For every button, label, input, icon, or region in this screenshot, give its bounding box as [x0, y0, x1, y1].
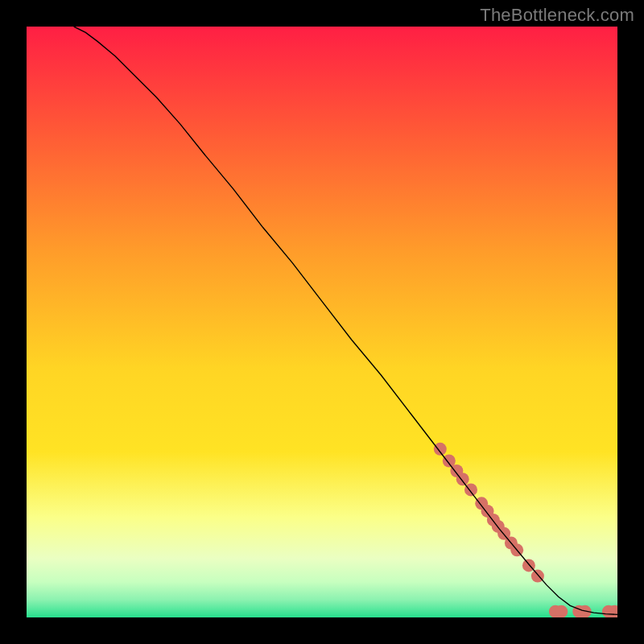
- chart-frame: TheBottleneck.com: [0, 0, 644, 644]
- gradient-background: [27, 27, 617, 617]
- plot-svg: [27, 27, 617, 617]
- watermark-text: TheBottleneck.com: [480, 5, 634, 26]
- scatter-point: [434, 443, 447, 456]
- scatter-point: [555, 605, 568, 617]
- plot-area: [27, 27, 617, 617]
